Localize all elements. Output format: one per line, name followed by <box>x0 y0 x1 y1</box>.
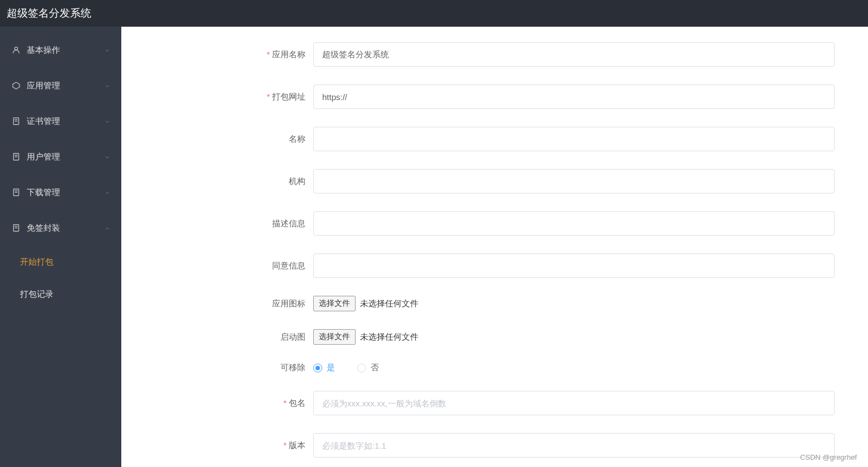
sidebar-item-apps[interactable]: 应用管理 <box>0 68 121 103</box>
svg-point-0 <box>14 47 17 50</box>
radio-removable-no[interactable]: 否 <box>357 362 379 373</box>
radio-removable-yes[interactable]: 是 <box>313 362 335 373</box>
label-agree-info: 同意信息 <box>121 261 313 271</box>
label-app-icon: 应用图标 <box>121 299 313 309</box>
radio-icon <box>357 364 366 372</box>
sidebar-item-label: 应用管理 <box>27 81 60 91</box>
user-icon <box>11 45 21 55</box>
document-icon <box>11 116 21 126</box>
sidebar-item-certs[interactable]: 证书管理 <box>0 103 121 139</box>
sidebar-item-users[interactable]: 用户管理 <box>0 139 121 175</box>
watermark: CSDN @gregrhef <box>800 453 857 461</box>
label-org: 机构 <box>121 176 313 187</box>
document-icon <box>11 187 21 197</box>
input-description[interactable] <box>313 211 835 236</box>
chevron-down-icon <box>105 81 110 91</box>
choose-file-app-icon-button[interactable]: 选择文件 <box>313 296 356 311</box>
chevron-down-icon <box>105 46 110 55</box>
label-name: 名称 <box>121 134 313 145</box>
sidebar-subitem-label: 开始打包 <box>20 257 53 267</box>
input-package-name[interactable] <box>313 391 835 415</box>
sidebar-item-package[interactable]: 免签封装 <box>0 210 121 246</box>
label-launch-image: 启动图 <box>121 332 313 342</box>
label-package-name: *包名 <box>121 398 313 409</box>
chevron-down-icon <box>105 188 110 197</box>
sidebar-item-downloads[interactable]: 下载管理 <box>0 175 121 210</box>
chevron-down-icon <box>105 117 110 126</box>
input-name[interactable] <box>313 127 835 151</box>
sidebar-item-label: 用户管理 <box>27 152 60 162</box>
file-status-app-icon: 未选择任何文件 <box>360 299 418 309</box>
chevron-down-icon <box>105 152 110 162</box>
sidebar-item-label: 基本操作 <box>27 45 60 56</box>
sidebar-item-label: 证书管理 <box>27 116 60 127</box>
header: 超级签名分发系统 <box>0 0 868 27</box>
input-package-url[interactable] <box>313 85 835 109</box>
choose-file-launch-image-button[interactable]: 选择文件 <box>313 329 356 345</box>
document-icon <box>11 223 21 233</box>
file-status-launch-image: 未选择任何文件 <box>360 332 418 342</box>
input-agree-info[interactable] <box>313 254 835 278</box>
sidebar-item-basic[interactable]: 基本操作 <box>0 32 121 68</box>
input-version[interactable] <box>313 433 835 458</box>
document-icon <box>11 152 21 162</box>
label-package-url: *打包网址 <box>121 92 313 102</box>
label-description: 描述信息 <box>121 218 313 229</box>
label-version: *版本 <box>121 440 313 451</box>
sidebar-subitem-label: 打包记录 <box>20 289 53 300</box>
input-app-name[interactable] <box>313 42 835 67</box>
sidebar-subitem-package-records[interactable]: 打包记录 <box>0 278 121 310</box>
sidebar-item-label: 下载管理 <box>27 187 60 198</box>
main-content: *应用名称 *打包网址 名称 机构 描述信息 <box>121 27 868 467</box>
radio-icon <box>313 364 322 372</box>
box-icon <box>11 81 21 91</box>
input-org[interactable] <box>313 169 835 193</box>
label-removable: 可移除 <box>121 362 313 373</box>
sidebar-item-label: 免签封装 <box>27 223 60 234</box>
sidebar-subitem-start-package[interactable]: 开始打包 <box>0 246 121 278</box>
chevron-up-icon <box>105 223 110 233</box>
sidebar: 基本操作 应用管理 证书管理 <box>0 27 121 467</box>
label-app-name: *应用名称 <box>121 49 313 60</box>
app-title: 超级签名分发系统 <box>7 6 91 21</box>
